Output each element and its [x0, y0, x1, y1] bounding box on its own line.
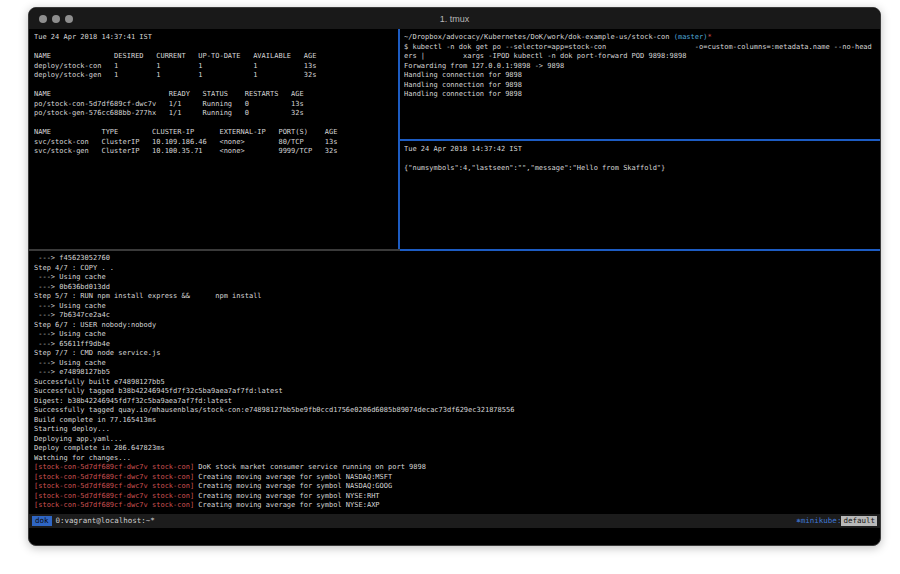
terminal-line: [stock-con-5d7df689cf-dwc7v stock-con] D…	[34, 463, 880, 473]
terminal-line: po/stock-gen-576cc688bb-277hx 1/1 Runnin…	[34, 109, 398, 119]
terminal-line: ers | xargs -IPOD kubectl -n dok port-fo…	[404, 52, 880, 62]
pane-border-horizontal-main	[29, 249, 880, 251]
terminal-line: NAME READY STATUS RESTARTS AGE	[34, 90, 398, 100]
terminal-line: Build complete in 77.165413ms	[34, 416, 880, 426]
terminal-text-segment: po/stock-con-5d7df689cf-dwc7v 1/1 Runnin…	[34, 100, 304, 108]
terminal-line: Step 4/7 : COPY . .	[34, 264, 880, 274]
terminal-line: deploy/stock-gen 1 1 1 1 32s	[34, 71, 398, 81]
terminal-line: ---> Using cache	[34, 330, 880, 340]
terminal-text-segment: svc/stock-con ClusterIP 10.109.186.46 <n…	[34, 138, 337, 146]
terminal-text-segment: NAME DESIRED CURRENT UP-TO-DATE AVAILABL…	[34, 52, 316, 60]
terminal-line: NAME TYPE CLUSTER-IP EXTERNAL-IP PORT(S)…	[34, 128, 398, 138]
pane-port-forward[interactable]: ~/Dropbox/advocacy/Kubernetes/DoK/work/d…	[400, 29, 880, 139]
terminal-text-segment: {"numsymbols":4,"lastseen":"","message":…	[404, 164, 665, 172]
terminal-text-segment: (master)	[674, 33, 708, 41]
terminal-text-segment: [stock-con-5d7df689cf-dwc7v stock-con]	[34, 463, 194, 471]
terminal-line: ---> 7b6347ce2a4c	[34, 311, 880, 321]
terminal-line	[34, 81, 398, 91]
terminal-text-segment: ~/Dropbox/advocacy/Kubernetes/DoK/work/d…	[404, 33, 674, 41]
terminal-line: Handling connection for 9898	[404, 71, 880, 81]
terminal-text-segment: Tue 24 Apr 2018 14:37:42 IST	[404, 145, 522, 153]
terminal-line: svc/stock-gen ClusterIP 10.100.35.71 <no…	[34, 147, 398, 157]
terminal-text-segment: Successfully tagged quay.io/mhausenblas/…	[34, 406, 514, 414]
terminal-text-segment: ---> Using cache	[34, 273, 106, 281]
terminal-text-segment: Handling connection for 9898	[404, 81, 522, 89]
pane-border-bottom-right-segment[interactable]	[400, 249, 880, 251]
terminal-line: ---> Using cache	[34, 359, 880, 369]
terminal-window: 1. tmux Tue 24 Apr 2018 14:37:41 ISTNAME…	[28, 7, 881, 546]
terminal-line: NAME DESIRED CURRENT UP-TO-DATE AVAILABL…	[34, 52, 398, 62]
terminal-line: Digest: b38b42246945fd7f32c5ba9aea7af7fd…	[34, 397, 880, 407]
terminal-line: Forwarding from 127.0.0.1:9898 -> 9898	[404, 62, 880, 72]
terminal-line: Successfully built e74898127bb5	[34, 378, 880, 388]
tmux-terminal: Tue 24 Apr 2018 14:37:41 ISTNAME DESIRED…	[29, 29, 880, 546]
terminal-text-segment: Creating moving average for symbol NYSE:…	[194, 492, 379, 500]
terminal-line: Watching for changes...	[34, 454, 880, 464]
terminal-line: Step 6/7 : USER nobody:nobody	[34, 321, 880, 331]
terminal-text-segment: [stock-con-5d7df689cf-dwc7v stock-con]	[34, 501, 194, 509]
terminal-text-segment: deploy/stock-con 1 1 1 1 13s	[34, 62, 316, 70]
terminal-text-segment: Digest: b38b42246945fd7f32c5ba9aea7af7fd…	[34, 397, 232, 405]
terminal-text-segment: Step 4/7 : COPY . .	[34, 264, 114, 272]
terminal-text-segment: Step 5/7 : RUN npm install express && np…	[34, 292, 262, 300]
terminal-line: Handling connection for 9898	[404, 90, 880, 100]
terminal-text-segment: ---> Using cache	[34, 330, 106, 338]
terminal-text-segment: svc/stock-gen ClusterIP 10.100.35.71 <no…	[34, 147, 337, 155]
window-title: 1. tmux	[29, 14, 880, 24]
terminal-line: ---> Using cache	[34, 302, 880, 312]
pane-kubectl-watch[interactable]: Tue 24 Apr 2018 14:37:41 ISTNAME DESIRED…	[29, 29, 398, 249]
terminal-text-segment: NAME READY STATUS RESTARTS AGE	[34, 90, 304, 98]
terminal-line: Tue 24 Apr 2018 14:37:41 IST	[34, 33, 398, 43]
tmux-window-name[interactable]: 0:vagrant@localhost:~*	[56, 516, 155, 526]
terminal-text-segment: Tue 24 Apr 2018 14:37:41 IST	[34, 33, 152, 41]
kube-namespace-badge: default	[841, 516, 877, 526]
terminal-line: Successfully tagged quay.io/mhausenblas/…	[34, 406, 880, 416]
terminal-text-segment: $ kubectl -n dok get po --selector=app=s…	[404, 43, 872, 51]
terminal-text-segment: *	[707, 33, 711, 41]
terminal-text-segment: Step 7/7 : CMD node service.js	[34, 349, 160, 357]
terminal-line: svc/stock-con ClusterIP 10.109.186.46 <n…	[34, 138, 398, 148]
terminal-line: Handling connection for 9898	[404, 81, 880, 91]
terminal-line: [stock-con-5d7df689cf-dwc7v stock-con] C…	[34, 473, 880, 483]
terminal-line: Deploying app.yaml...	[34, 435, 880, 445]
terminal-line: [stock-con-5d7df689cf-dwc7v stock-con] C…	[34, 492, 880, 502]
terminal-text-segment: Creating moving average for symbol NASDA…	[194, 482, 392, 490]
terminal-text-segment: po/stock-gen-576cc688bb-277hx 1/1 Runnin…	[34, 109, 304, 117]
pane-border-bottom-left-segment[interactable]	[29, 249, 400, 251]
terminal-text-segment: ---> 0b636bd013dd	[34, 283, 110, 291]
terminal-text-segment: Successfully built e74898127bb5	[34, 378, 165, 386]
terminal-text-segment: [stock-con-5d7df689cf-dwc7v stock-con]	[34, 482, 194, 490]
pane-service-response[interactable]: Tue 24 Apr 2018 14:37:42 IST{"numsymbols…	[400, 141, 880, 249]
window-titlebar: 1. tmux	[29, 8, 880, 29]
terminal-line: Step 7/7 : CMD node service.js	[34, 349, 880, 359]
terminal-text-segment: Handling connection for 9898	[404, 71, 522, 79]
desktop-background: 1. tmux Tue 24 Apr 2018 14:37:41 ISTNAME…	[0, 0, 900, 574]
terminal-text-segment: Handling connection for 9898	[404, 90, 522, 98]
terminal-line: ---> e74898127bb5	[34, 368, 880, 378]
terminal-line: ---> Using cache	[34, 273, 880, 283]
terminal-line: ~/Dropbox/advocacy/Kubernetes/DoK/work/d…	[404, 33, 880, 43]
terminal-line: Tue 24 Apr 2018 14:37:42 IST	[404, 145, 880, 155]
terminal-text-segment: [stock-con-5d7df689cf-dwc7v stock-con]	[34, 492, 194, 500]
terminal-text-segment: Successfully tagged b38b42246945fd7f32c5…	[34, 387, 283, 395]
tmux-right-column: ~/Dropbox/advocacy/Kubernetes/DoK/work/d…	[400, 29, 880, 249]
terminal-text-segment: Creating moving average for symbol NASDA…	[194, 473, 392, 481]
terminal-line: {"numsymbols":4,"lastseen":"","message":…	[404, 164, 880, 174]
terminal-text-segment: ---> 7b6347ce2a4c	[34, 311, 110, 319]
terminal-text-segment: [stock-con-5d7df689cf-dwc7v stock-con]	[34, 473, 194, 481]
terminal-line: deploy/stock-con 1 1 1 1 13s	[34, 62, 398, 72]
terminal-line	[34, 119, 398, 129]
terminal-line: ---> 0b636bd013dd	[34, 283, 880, 293]
terminal-text-segment: Forwarding from 127.0.0.1:9898 -> 9898	[404, 62, 564, 70]
terminal-text-segment: NAME TYPE CLUSTER-IP EXTERNAL-IP PORT(S)…	[34, 128, 337, 136]
terminal-line: [stock-con-5d7df689cf-dwc7v stock-con] C…	[34, 501, 880, 511]
terminal-line: po/stock-con-5d7df689cf-dwc7v 1/1 Runnin…	[34, 100, 398, 110]
terminal-line: [stock-con-5d7df689cf-dwc7v stock-con] C…	[34, 482, 880, 492]
terminal-text-segment: Watching for changes...	[34, 454, 131, 462]
tmux-session-name[interactable]: dok	[32, 516, 52, 526]
terminal-text-segment: ---> f45623052760	[34, 254, 110, 262]
terminal-text-segment: ---> Using cache	[34, 302, 106, 310]
terminal-text-segment: Build complete in 77.165413ms	[34, 416, 156, 424]
terminal-line: Step 5/7 : RUN npm install express && np…	[34, 292, 880, 302]
pane-skaffold-build-log[interactable]: ---> f45623052760Step 4/7 : COPY . . ---…	[29, 251, 880, 514]
